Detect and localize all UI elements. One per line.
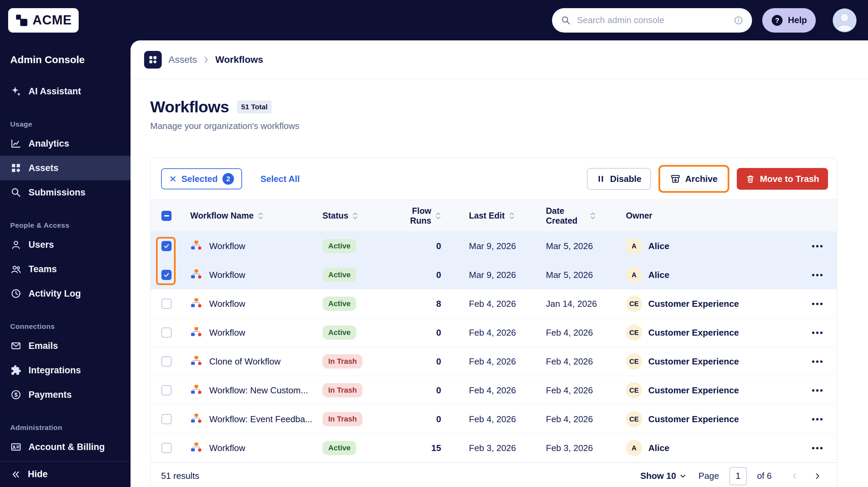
row-checkbox[interactable]	[161, 414, 172, 424]
page-size-select[interactable]: Show 10	[638, 470, 688, 482]
sparkle-icon	[10, 86, 22, 97]
workflow-icon	[190, 355, 202, 368]
row-checkbox[interactable]	[161, 385, 172, 395]
archive-button[interactable]: Archive	[662, 168, 726, 190]
selected-filter-button[interactable]: Selected 2	[161, 168, 242, 189]
date-created-value: Mar 5, 2026	[541, 270, 626, 280]
trash-icon	[746, 174, 755, 184]
table-row[interactable]: Clone of Workflow In Trash 0 Feb 4, 2026…	[151, 347, 837, 376]
column-header-status[interactable]: Status	[322, 211, 400, 221]
user-avatar[interactable]	[833, 8, 856, 32]
svg-text:$: $	[14, 391, 18, 398]
brand-logo[interactable]: ACME	[8, 8, 79, 33]
sort-icon[interactable]	[590, 211, 596, 220]
owner-avatar: A	[626, 440, 642, 456]
workflow-name: Workflow	[209, 241, 245, 251]
row-menu-button[interactable]	[808, 414, 827, 425]
archive-label: Archive	[685, 174, 717, 184]
teams-icon	[10, 263, 22, 275]
sort-icon[interactable]	[352, 211, 358, 220]
sidebar-item-analytics[interactable]: Analytics	[0, 131, 131, 156]
row-menu-button[interactable]	[808, 385, 827, 396]
next-page-button[interactable]	[811, 470, 823, 482]
date-created-value: Mar 5, 2026	[541, 241, 626, 251]
sidebar-item-users[interactable]: Users	[0, 232, 131, 257]
select-all-checkbox[interactable]	[161, 211, 172, 221]
sort-icon[interactable]	[509, 211, 515, 220]
column-header-date-created[interactable]: Date Created	[541, 206, 626, 226]
select-all-link[interactable]: Select All	[258, 173, 302, 185]
help-label: Help	[788, 15, 807, 25]
owner-name: Customer Experience	[648, 299, 739, 309]
row-menu-button[interactable]	[808, 270, 827, 280]
workflow-icon	[190, 442, 202, 454]
row-menu-button[interactable]	[808, 327, 827, 338]
row-checkbox[interactable]	[161, 270, 172, 280]
row-menu-button[interactable]	[808, 299, 827, 309]
workflow-icon	[190, 269, 202, 281]
sidebar-item-activity-log[interactable]: Activity Log	[0, 281, 131, 306]
owner-avatar: CE	[626, 353, 642, 370]
info-icon[interactable]	[734, 16, 743, 25]
table-row[interactable]: Workflow Active 15 Feb 3, 2026 Feb 3, 20…	[151, 434, 837, 463]
workflow-name: Workflow: Event Feedba...	[209, 414, 312, 425]
total-count-badge: 51 Total	[237, 100, 272, 113]
breadcrumb: Assets Workflows	[131, 40, 868, 79]
table-row[interactable]: Workflow Active 0 Mar 9, 2026 Mar 5, 202…	[151, 232, 837, 261]
date-created-value: Feb 4, 2026	[541, 327, 626, 338]
column-header-flow-runs[interactable]: Flow Runs	[400, 206, 458, 226]
user-icon	[10, 239, 22, 250]
workflow-icon	[190, 298, 202, 310]
sidebar-item-submissions[interactable]: Submissions	[0, 180, 131, 205]
sort-icon[interactable]	[435, 211, 441, 220]
previous-page-button[interactable]	[789, 470, 801, 482]
admin-search-bar[interactable]	[552, 8, 752, 33]
row-checkbox[interactable]	[161, 299, 172, 309]
table-row[interactable]: Workflow Active 8 Feb 4, 2026 Jan 14, 20…	[151, 289, 837, 318]
envelope-icon	[10, 340, 22, 352]
breadcrumb-root[interactable]: Assets	[169, 54, 197, 65]
disable-button[interactable]: Disable	[587, 168, 651, 190]
puzzle-icon	[10, 364, 22, 376]
column-header-last-edit[interactable]: Last Edit	[458, 211, 541, 221]
row-checkbox[interactable]	[161, 327, 172, 338]
billing-card-icon	[10, 441, 22, 453]
table-row[interactable]: Workflow Active 0 Feb 4, 2026 Feb 4, 202…	[151, 318, 837, 347]
row-menu-button[interactable]	[808, 443, 827, 453]
status-badge: In Trash	[322, 383, 362, 397]
move-to-trash-label: Move to Trash	[760, 174, 819, 184]
sidebar-item-ai-assistant[interactable]: AI Assistant	[0, 79, 131, 104]
sidebar-item-label: Teams	[28, 264, 57, 275]
sidebar-item-teams[interactable]: Teams	[0, 257, 131, 281]
page-number-input[interactable]	[729, 467, 747, 485]
sidebar-item-account-billing[interactable]: Account & Billing	[0, 435, 131, 459]
row-menu-button[interactable]	[808, 241, 827, 251]
row-checkbox[interactable]	[161, 241, 172, 251]
brand-logo-mark-icon	[15, 14, 28, 27]
table-header: Workflow Name Status Flow Runs	[151, 200, 837, 232]
sidebar-hide-button[interactable]: Hide	[0, 461, 131, 487]
clock-icon	[10, 288, 22, 299]
table-row[interactable]: Workflow Active 0 Mar 9, 2026 Mar 5, 202…	[151, 261, 837, 289]
svg-text:?: ?	[775, 17, 779, 24]
sidebar-item-assets[interactable]: Assets	[0, 156, 131, 180]
table-row[interactable]: Workflow: New Custom... In Trash 0 Feb 4…	[151, 376, 837, 405]
sidebar-item-payments[interactable]: $ Payments	[0, 382, 131, 407]
search-input[interactable]	[576, 15, 728, 26]
sidebar-item-integrations[interactable]: Integrations	[0, 358, 131, 382]
help-button[interactable]: ? Help	[762, 8, 816, 33]
sort-icon[interactable]	[258, 211, 263, 220]
sidebar-item-emails[interactable]: Emails	[0, 334, 131, 358]
row-menu-button[interactable]	[808, 356, 827, 367]
table-body: Workflow Active 0 Mar 9, 2026 Mar 5, 202…	[151, 232, 837, 463]
column-header-workflow-name[interactable]: Workflow Name	[190, 211, 322, 221]
owner-name: Customer Experience	[648, 385, 739, 396]
move-to-trash-button[interactable]: Move to Trash	[737, 168, 828, 190]
sidebar-section-label: Usage	[10, 120, 131, 129]
close-icon	[169, 175, 177, 183]
table-row[interactable]: Workflow: Event Feedba... In Trash 0 Feb…	[151, 405, 837, 434]
row-checkbox[interactable]	[161, 356, 172, 367]
owner-name: Customer Experience	[648, 356, 739, 367]
results-count: 51 results	[161, 471, 199, 481]
row-checkbox[interactable]	[161, 443, 172, 453]
